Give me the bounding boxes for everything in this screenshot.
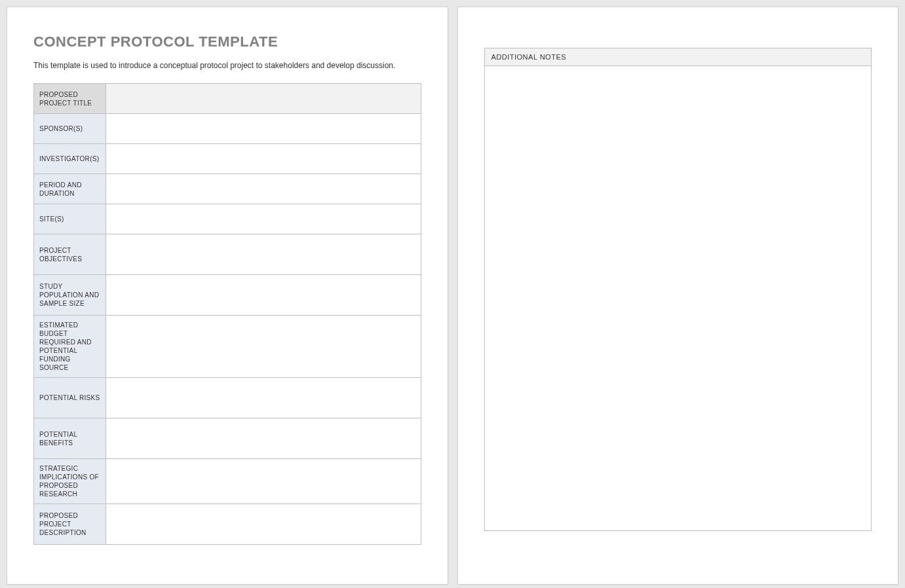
additional-notes-body[interactable] (484, 66, 872, 531)
value-investigators[interactable] (106, 144, 421, 174)
row-study-population: STUDY POPULATION AND SAMPLE SIZE (34, 275, 421, 316)
label-strategic-implications: STRATEGIC IMPLICATIONS OF PROPOSED RESEA… (34, 459, 106, 504)
label-proposed-project-title: PROPOSED PROJECT TITLE (34, 84, 106, 114)
label-sites: SITE(S) (34, 204, 106, 234)
row-potential-risks: POTENTIAL RISKS (34, 378, 421, 418)
label-estimated-budget: ESTIMATED BUDGET REQUIRED AND POTENTIAL … (34, 316, 106, 378)
document-title: CONCEPT PROTOCOL TEMPLATE (33, 33, 421, 50)
value-sites[interactable] (106, 204, 421, 234)
row-sites: SITE(S) (34, 204, 421, 234)
label-study-population: STUDY POPULATION AND SAMPLE SIZE (34, 275, 106, 316)
value-potential-benefits[interactable] (106, 418, 421, 459)
additional-notes-header: ADDITIONAL NOTES (484, 48, 872, 66)
value-study-population[interactable] (106, 275, 421, 316)
intro-text: This template is used to introduce a con… (33, 61, 421, 70)
additional-notes-table: ADDITIONAL NOTES (484, 48, 872, 531)
label-potential-risks: POTENTIAL RISKS (34, 378, 106, 418)
value-sponsors[interactable] (106, 114, 421, 144)
row-project-objectives: PROJECT OBJECTIVES (34, 234, 421, 275)
value-potential-risks[interactable] (106, 378, 421, 418)
label-period-duration: PERIOD AND DURATION (34, 174, 106, 204)
row-strategic-implications: STRATEGIC IMPLICATIONS OF PROPOSED RESEA… (34, 459, 421, 504)
row-estimated-budget: ESTIMATED BUDGET REQUIRED AND POTENTIAL … (34, 316, 421, 378)
value-period-duration[interactable] (106, 174, 421, 204)
value-proposed-project-description[interactable] (106, 504, 421, 545)
label-investigators: INVESTIGATOR(S) (34, 144, 106, 174)
label-potential-benefits: POTENTIAL BENEFITS (34, 418, 106, 459)
value-estimated-budget[interactable] (106, 316, 421, 378)
row-potential-benefits: POTENTIAL BENEFITS (34, 418, 421, 459)
row-period-duration: PERIOD AND DURATION (34, 174, 421, 204)
value-strategic-implications[interactable] (106, 459, 421, 504)
label-proposed-project-description: PROPOSED PROJECT DESCRIPTION (34, 504, 106, 545)
row-investigators: INVESTIGATOR(S) (34, 144, 421, 174)
row-proposed-project-title: PROPOSED PROJECT TITLE (34, 84, 421, 114)
value-project-objectives[interactable] (106, 234, 421, 275)
page-1: CONCEPT PROTOCOL TEMPLATE This template … (7, 7, 448, 585)
row-sponsors: SPONSOR(S) (34, 114, 421, 144)
value-proposed-project-title[interactable] (106, 84, 421, 114)
protocol-form-table: PROPOSED PROJECT TITLE SPONSOR(S) INVEST… (33, 83, 421, 545)
row-proposed-project-description: PROPOSED PROJECT DESCRIPTION (34, 504, 421, 545)
page-2: ADDITIONAL NOTES (457, 7, 899, 585)
label-project-objectives: PROJECT OBJECTIVES (34, 234, 106, 275)
label-sponsors: SPONSOR(S) (34, 114, 106, 144)
